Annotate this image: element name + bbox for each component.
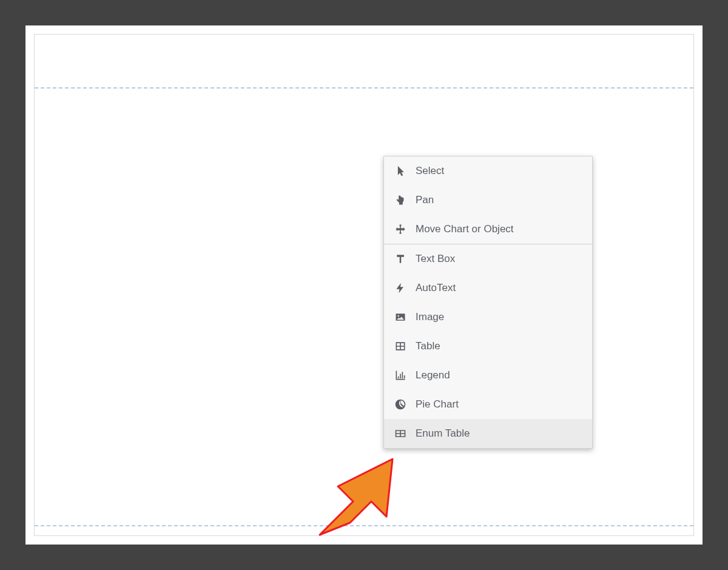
menu-item-label: Legend (416, 369, 450, 381)
canvas-outer-border (34, 34, 694, 536)
context-menu: Select Pan Move Chart or Object Text Box (383, 156, 593, 449)
image-icon (394, 310, 407, 324)
menu-item-autotext[interactable]: AutoText (384, 273, 592, 303)
menu-item-label: Table (416, 340, 440, 352)
canvas-guide-top (35, 87, 693, 89)
bar-chart-icon (394, 369, 407, 382)
menu-item-label: Select (416, 165, 444, 177)
menu-item-enum-table[interactable]: Enum Table (384, 419, 592, 448)
menu-item-label: Move Chart or Object (416, 223, 514, 235)
menu-item-label: Text Box (416, 253, 455, 265)
menu-item-pie-chart[interactable]: Pie Chart (384, 390, 592, 419)
menu-item-legend[interactable]: Legend (384, 361, 592, 390)
menu-item-label: Enum Table (416, 428, 470, 440)
menu-item-move-chart-object[interactable]: Move Chart or Object (384, 215, 592, 244)
cursor-icon (394, 164, 407, 178)
move-icon (394, 223, 407, 236)
menu-item-select[interactable]: Select (384, 156, 592, 186)
menu-item-label: Pan (416, 194, 434, 206)
menu-item-text-box[interactable]: Text Box (384, 244, 592, 273)
menu-item-image[interactable]: Image (384, 303, 592, 332)
lightning-icon (394, 281, 407, 295)
canvas-container: Select Pan Move Chart or Object Text Box (25, 25, 703, 545)
hand-pointer-icon (394, 193, 407, 207)
table-icon (394, 340, 407, 353)
menu-item-label: Image (416, 311, 444, 323)
menu-item-label: Pie Chart (416, 398, 459, 411)
table-wide-icon (394, 427, 407, 440)
text-icon (394, 252, 407, 266)
menu-item-table[interactable]: Table (384, 332, 592, 361)
pie-chart-icon (394, 398, 407, 411)
menu-item-label: AutoText (416, 282, 456, 294)
menu-item-pan[interactable]: Pan (384, 186, 592, 215)
canvas-guide-bottom (35, 525, 693, 526)
